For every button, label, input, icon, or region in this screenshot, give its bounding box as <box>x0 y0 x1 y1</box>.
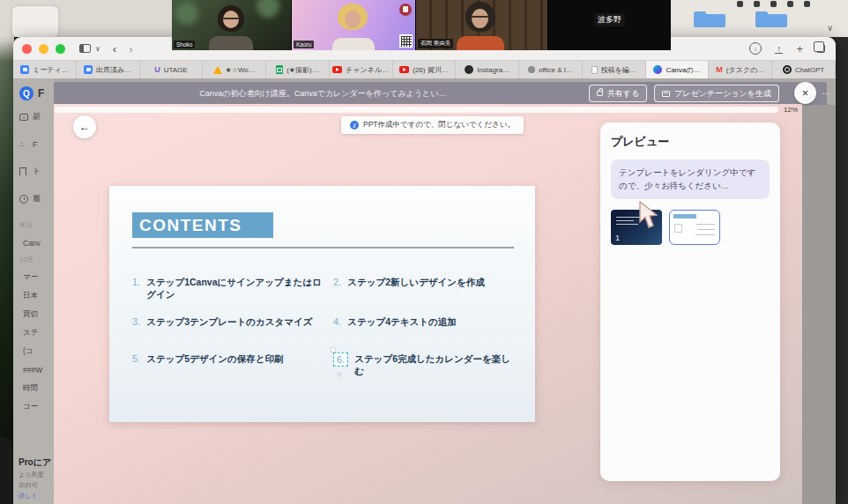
sidebar-item-history[interactable]: 履 <box>19 185 54 212</box>
tab-office[interactable]: office & I… <box>519 61 583 78</box>
chat-plus-icon: + <box>19 114 28 121</box>
tab-youtube-video[interactable]: (26) 賀川… <box>393 61 457 78</box>
contents-item-5[interactable]: 5.ステップ5デザインの保存と印刷 <box>132 352 333 377</box>
contents-item-3[interactable]: 3.ステップ3テンプレートのカスタマイズ <box>132 315 333 352</box>
tab-instagram[interactable]: Instagra… <box>456 61 519 78</box>
loading-spinner: ○ <box>337 370 341 379</box>
tab-canva-active[interactable]: Canvaの… <box>646 61 710 78</box>
history-icon <box>19 195 28 204</box>
folder-icon[interactable] <box>755 14 787 27</box>
downloads-icon[interactable]: ↓ <box>749 42 762 55</box>
slide-thumbnails: 1 <box>611 210 770 245</box>
participant-name-label: Shoko <box>174 41 195 48</box>
video-tile-hatano[interactable]: 波多野 <box>548 0 671 50</box>
thumbnail-slide-2-selected[interactable] <box>669 210 720 245</box>
folder-icon[interactable] <box>694 14 725 27</box>
lock-icon <box>597 91 603 96</box>
tab-attendance[interactable]: 出席済み… <box>77 61 140 78</box>
sidebar-item-bookmarks[interactable]: ト <box>19 158 54 185</box>
app-logo[interactable]: Q F <box>19 84 54 103</box>
sidebar-section-december: 12月 <box>19 252 54 268</box>
progress-percent: 12% <box>784 106 798 114</box>
avatar-body <box>332 38 375 50</box>
canva-icon <box>653 65 662 74</box>
forward-nav-button[interactable]: › <box>129 42 132 56</box>
app-sidebar: Q F +新 ∴F ト 履 本日 Canv 12月 マー 日本 買切 ステ (コ… <box>13 78 54 504</box>
close-window-button[interactable] <box>22 44 32 54</box>
tab-youtube-channel[interactable]: チャンネル… <box>330 61 393 78</box>
generate-presentation-button[interactable]: プレゼンテーションを生成 <box>654 85 779 102</box>
preview-panel: プレビュー テンプレートをレンダリング中ですので、少々お待ちください… 1 <box>600 122 780 481</box>
close-icon[interactable]: × <box>794 82 816 104</box>
sidebar-history-item[interactable]: ステ <box>19 323 54 342</box>
qr-code <box>399 34 413 48</box>
new-tab-button[interactable]: + <box>796 42 803 56</box>
sidebar-history-item[interactable]: Canv <box>19 233 54 252</box>
contents-item-4[interactable]: 4.ステップ4テキストの追加 <box>333 315 523 352</box>
share-button[interactable]: 共有する <box>589 85 647 102</box>
avatar-body <box>457 36 504 50</box>
sidebar-toggle-icon[interactable] <box>79 44 91 53</box>
chevron-down-icon: ∨ <box>827 23 833 33</box>
avatar-face <box>223 11 239 28</box>
attendance-icon <box>84 65 93 74</box>
share-nodes-icon: ∴ <box>19 140 24 149</box>
sidebar-history-item[interactable]: コー <box>19 397 54 416</box>
slide-title: CONTENTS <box>132 212 273 238</box>
tab-drive[interactable]: ★☆Wo… <box>203 61 266 78</box>
share-icon[interactable]: ↑ <box>775 44 784 54</box>
sidebar-history-item[interactable]: ###W <box>19 360 54 379</box>
pro-description: 30日可 <box>19 481 51 490</box>
video-tile-ishioka[interactable]: 石岡 亜由美 <box>416 0 547 50</box>
tab-gmail[interactable]: M(タスクの… <box>709 61 772 78</box>
back-arrow-icon[interactable]: ← <box>73 115 96 138</box>
pro-title: Proにア <box>19 456 51 469</box>
tab-sheets[interactable]: (★撮影)… <box>266 61 330 78</box>
progress-row: 12% <box>55 106 798 114</box>
bookmark-icon <box>19 167 26 176</box>
rendering-notice: テンプレートをレンダリング中ですので、少々お待ちください… <box>611 159 770 199</box>
sidebar-history-item[interactable]: 買切 <box>19 305 54 323</box>
more-icon[interactable]: … <box>822 86 830 96</box>
dimmed-page-strip <box>802 105 836 504</box>
youtube-icon <box>332 66 342 73</box>
glasses <box>472 16 488 18</box>
video-tile-kaoru[interactable]: Kaoru <box>292 0 415 50</box>
pro-link[interactable]: 詳しく <box>19 492 51 500</box>
cursor-icon <box>637 201 658 229</box>
sidebar-item-new[interactable]: +新 <box>19 103 54 130</box>
chevron-down-icon[interactable]: ∨ <box>95 45 100 53</box>
sidebar-history-item[interactable]: 時間 <box>19 379 54 397</box>
zoom-window-button[interactable] <box>56 44 65 54</box>
contents-item-1[interactable]: 1.ステップ1Canvaにサインアップまたはログイン <box>132 276 333 315</box>
pro-upgrade-block[interactable]: Proにア より高度 30日可 詳しく <box>19 456 51 500</box>
contents-item-6[interactable]: 6.ステップ6完成したカレンダーを楽しむ <box>333 352 523 377</box>
participant-name-label: 石岡 亜由美 <box>418 39 453 48</box>
plant-decoration <box>175 2 198 25</box>
tab-post-edit[interactable]: 投稿を編… <box>583 61 646 78</box>
background-window-corner <box>0 438 12 504</box>
slide-canvas[interactable]: CONTENTS 1.ステップ1Canvaにサインアップまたはログイン 2.ステ… <box>109 186 535 422</box>
glasses <box>223 18 239 19</box>
office-icon <box>528 66 535 73</box>
page-content: Canvaの初心者向け講座。Canvaでカレンダーを作ってみようとい… 共有する… <box>13 78 836 504</box>
tab-overview-icon[interactable] <box>816 44 825 53</box>
sidebar-history-item[interactable]: マー <box>19 268 54 286</box>
sidebar-item-share[interactable]: ∴F <box>19 130 54 158</box>
tab-meeting[interactable]: ミーティ… <box>13 61 77 78</box>
menubar-status-icons <box>737 1 810 7</box>
ppt-warning-toast: i PPT作成中ですので、閉じないでください。 <box>341 116 524 134</box>
app-logo-icon: Q <box>19 86 33 100</box>
background-window-left-inner <box>12 6 58 37</box>
thumbnail-number: 1 <box>615 233 620 242</box>
sidebar-history-item[interactable]: 日本 <box>19 286 54 305</box>
sidebar-history-item[interactable]: (コ <box>19 342 54 360</box>
back-nav-button[interactable]: ‹ <box>113 42 116 56</box>
contents-item-2[interactable]: 2.ステップ2新しいデザインを作成 <box>333 276 523 315</box>
instagram-icon <box>465 65 473 74</box>
tab-chatgpt[interactable]: ChatGPT <box>772 61 836 78</box>
tab-utage[interactable]: UUTAGE <box>140 61 204 78</box>
selected-number-box[interactable]: 6. <box>333 352 348 367</box>
minimize-window-button[interactable] <box>39 44 48 54</box>
video-tile-shoko[interactable]: Shoko <box>172 0 291 50</box>
